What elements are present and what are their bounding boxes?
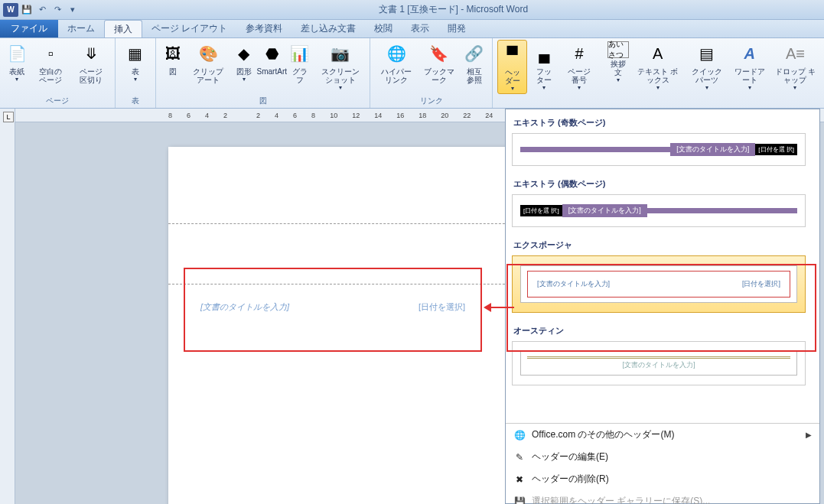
picture-icon: 🖼: [161, 41, 185, 66]
save-to-gallery-icon: 💾: [513, 496, 526, 505]
hyperlink-button[interactable]: 🌐ハイパーリンク: [375, 40, 417, 86]
textbox-button[interactable]: Aテキスト ボックス▾: [633, 40, 682, 93]
gallery-extra-odd-title: [文書のタイトルを入力]: [670, 143, 755, 156]
gallery-extra-odd-date: [日付を選 択]: [755, 144, 797, 155]
menu-edit-label: ヘッダーの編集(E): [532, 450, 608, 463]
greeting-icon: あいさつ: [607, 41, 629, 58]
footer-icon: ▄: [532, 41, 556, 66]
vertical-ruler: [0, 109, 15, 504]
gallery-exposure-title: [文書のタイトルを入力]: [537, 279, 610, 289]
page-break-icon: ⤋: [79, 41, 103, 66]
group-headerfooter: ▀ヘッダー▾ ▄フッター▾ #ページ 番号▾: [493, 38, 601, 108]
gallery-section-extra-even: エキストラ (偶数ページ): [512, 174, 806, 194]
bookmark-button[interactable]: 🔖ブックマーク: [421, 40, 458, 86]
gallery-austin-title: [文書のタイトルを入力]: [527, 356, 790, 370]
tab-references[interactable]: 参考資料: [236, 20, 291, 37]
chart-button[interactable]: 📊グラフ: [288, 40, 312, 86]
table-button[interactable]: ▦表▾: [120, 40, 151, 84]
table-icon: ▦: [123, 41, 148, 66]
group-tables: ▦表▾ 表: [116, 38, 156, 108]
tab-developer[interactable]: 開発: [438, 20, 475, 37]
screenshot-icon: 📷: [328, 41, 353, 66]
shapes-button[interactable]: ◆図形▾: [232, 40, 256, 84]
menu-edit-header[interactable]: ✎ ヘッダーの編集(E): [506, 446, 819, 468]
footer-button[interactable]: ▄フッター▾: [530, 40, 559, 93]
menu-remove-label: ヘッダーの削除(R): [532, 473, 609, 486]
title-bar: W 💾 ↶ ↷ ▾ 文書 1 [互換モード] - Microsoft Word: [0, 0, 824, 20]
redo-icon[interactable]: ↷: [50, 3, 64, 17]
menu-save-to-gallery: 💾 選択範囲をヘッダー ギャラリーに保存(S)...: [506, 490, 819, 504]
quickparts-button[interactable]: ▤クイック パーツ▾: [685, 40, 728, 93]
blank-page-icon: ▫: [38, 41, 63, 66]
window-title: 文書 1 [互換モード] - Microsoft Word: [83, 3, 824, 16]
cover-page-icon: 📄: [5, 41, 29, 66]
gallery-item-extra-even[interactable]: [日付を選 択] [文書のタイトルを入力]: [512, 194, 806, 227]
hyperlink-icon: 🌐: [384, 41, 409, 66]
pagenumber-button[interactable]: #ページ 番号▾: [562, 40, 597, 93]
gallery-item-austin[interactable]: [文書のタイトルを入力]: [512, 341, 806, 385]
gallery-extra-even-date: [日付を選 択]: [520, 205, 562, 216]
tab-review[interactable]: 校閲: [365, 20, 402, 37]
group-label-pages: ページ: [5, 96, 110, 106]
screenshot-button[interactable]: 📷スクリーン ショット▾: [315, 40, 366, 93]
header-gallery-menu: 🌐 Office.com のその他のヘッダー(M) ▶ ✎ ヘッダーの編集(E)…: [506, 423, 819, 504]
pagenumber-icon: #: [567, 41, 591, 66]
tab-selector-icon[interactable]: L: [3, 112, 14, 122]
tab-pagelayout[interactable]: ページ レイアウト: [142, 20, 236, 37]
smartart-icon: ⬣: [259, 41, 284, 66]
gallery-section-extra-odd: エキストラ (奇数ページ): [512, 112, 806, 133]
tab-home[interactable]: ホーム: [58, 20, 104, 37]
group-label-links: リンク: [375, 96, 487, 106]
tab-insert[interactable]: 挿入: [104, 20, 142, 37]
bookmark-icon: 🔖: [427, 41, 451, 66]
menu-remove-header[interactable]: ✖ ヘッダーの削除(R): [506, 468, 819, 490]
clipart-icon: 🎨: [196, 41, 220, 66]
header-button[interactable]: ▀ヘッダー▾: [497, 40, 527, 94]
tab-view[interactable]: 表示: [402, 20, 438, 37]
crossref-button[interactable]: 🔗相互参照: [461, 40, 487, 86]
gallery-section-austin: オースティン: [512, 320, 806, 341]
clipart-button[interactable]: 🎨クリップ アート: [188, 40, 229, 86]
tab-file[interactable]: ファイル: [0, 20, 58, 37]
ribbon-body: 📄表紙▾ ▫空白の ページ ⤋ページ 区切り ページ ▦表▾ 表 🖼図 🎨クリッ…: [0, 38, 824, 109]
chart-icon: 📊: [288, 41, 312, 66]
tab-mailings[interactable]: 差し込み文書: [291, 20, 365, 37]
smartart-button[interactable]: ⬣SmartArt: [259, 40, 285, 77]
dropcap-button[interactable]: A≡ドロップ キャップ▾: [771, 40, 819, 93]
ribbon-tabs: ファイル ホーム 挿入 ページ レイアウト 参考資料 差し込み文書 校閲 表示 …: [0, 20, 824, 38]
quick-access-toolbar: W 💾 ↶ ↷ ▾: [0, 3, 83, 17]
group-text: あいさつ挨拶文▾ Aテキスト ボックス▾ ▤クイック パーツ▾ Aワードアート▾…: [601, 38, 824, 108]
wordart-icon: A: [738, 41, 762, 66]
edit-header-icon: ✎: [513, 451, 526, 463]
group-label-illustrations: 図: [161, 96, 366, 106]
blank-page-button[interactable]: ▫空白の ページ: [32, 40, 70, 86]
group-illustrations: 🖼図 🎨クリップ アート ◆図形▾ ⬣SmartArt 📊グラフ 📷スクリーン …: [156, 38, 371, 108]
menu-more-label: Office.com のその他のヘッダー(M): [532, 428, 674, 441]
greeting-button[interactable]: あいさつ挨拶文▾: [606, 40, 630, 85]
submenu-arrow-icon: ▶: [806, 431, 812, 439]
header-icon: ▀: [500, 42, 525, 67]
gallery-item-extra-odd[interactable]: [文書のタイトルを入力] [日付を選 択]: [512, 133, 806, 166]
menu-save-label: 選択範囲をヘッダー ギャラリーに保存(S)...: [532, 495, 710, 504]
gallery-extra-even-title: [文書のタイトルを入力]: [562, 204, 647, 217]
word-app-icon[interactable]: W: [3, 3, 18, 17]
crossref-icon: 🔗: [462, 41, 487, 66]
picture-button[interactable]: 🖼図: [161, 40, 185, 77]
quickparts-icon: ▤: [695, 41, 719, 66]
undo-icon[interactable]: ↶: [35, 3, 49, 17]
page-break-button[interactable]: ⤋ページ 区切り: [73, 40, 110, 86]
gallery-section-exposure: エクスポージャ: [512, 235, 806, 255]
wordart-button[interactable]: Aワードアート▾: [731, 40, 768, 93]
gallery-item-exposure[interactable]: [文書のタイトルを入力] [日付を選択]: [512, 255, 806, 313]
dropcap-icon: A≡: [783, 41, 807, 66]
document-page[interactable]: [168, 147, 520, 504]
menu-more-from-office[interactable]: 🌐 Office.com のその他のヘッダー(M) ▶: [506, 424, 819, 446]
cover-page-button[interactable]: 📄表紙▾: [5, 40, 29, 84]
header-gallery-scroll[interactable]: エキストラ (奇数ページ) [文書のタイトルを入力] [日付を選 択] エキスト…: [506, 109, 819, 423]
qat-customize-icon[interactable]: ▾: [66, 3, 80, 17]
gallery-exposure-date: [日付を選択]: [742, 279, 780, 289]
save-icon[interactable]: 💾: [20, 3, 34, 17]
textbox-icon: A: [646, 41, 670, 66]
office-icon: 🌐: [513, 429, 526, 441]
remove-header-icon: ✖: [513, 473, 526, 486]
